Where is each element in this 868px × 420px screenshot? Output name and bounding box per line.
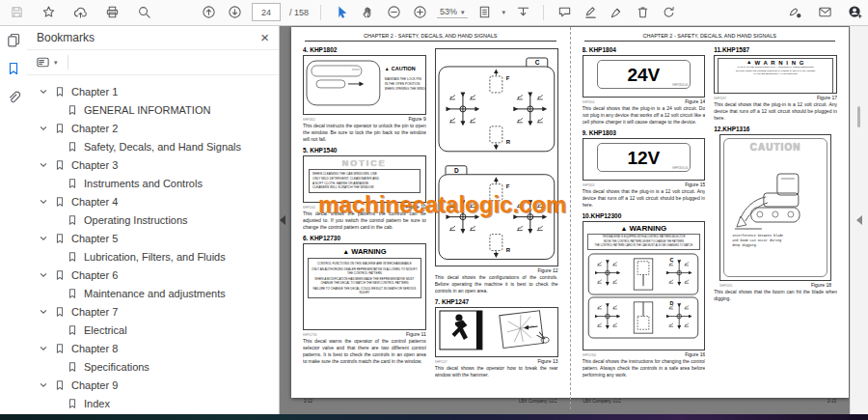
figure-label: Figure 11 bbox=[406, 331, 426, 337]
rail-page-thumbnails-button[interactable] bbox=[0, 25, 26, 54]
decal-description: This decal shows that the boom can hit t… bbox=[714, 289, 837, 302]
bookmark-chapter-3[interactable]: Chapter 3 bbox=[27, 155, 279, 174]
bookmark-instruments-controls[interactable]: Instruments and Controls bbox=[27, 174, 279, 192]
bookmark-label: Operating Instructions bbox=[84, 214, 188, 226]
toolbar-divider bbox=[543, 5, 544, 20]
fit-width-button[interactable] bbox=[514, 3, 531, 22]
page-thumbnails-icon bbox=[6, 32, 21, 47]
page-number-input[interactable] bbox=[252, 3, 281, 21]
warning-line: THIS MACHINE IS EQUIPPED WITH A CONTROL … bbox=[721, 66, 829, 69]
bookmark-chapter-6[interactable]: Chapter 6 bbox=[27, 266, 279, 284]
figure-caption: KHP1316Figure 18 bbox=[719, 282, 831, 288]
bookmark-icon bbox=[67, 251, 78, 263]
warning-title: WARNING bbox=[351, 247, 386, 256]
page-number: 2-12 bbox=[304, 399, 312, 404]
plus-circle-icon bbox=[413, 5, 427, 19]
caution-line: MAINTAIN THE LOCK PIN bbox=[385, 77, 422, 81]
bookmark-chapter-8[interactable]: Chapter 8 bbox=[27, 339, 279, 357]
bookmark-options-icon[interactable] bbox=[36, 55, 50, 70]
warning-triangle-icon: ▲ bbox=[342, 248, 349, 255]
bookmark-icon bbox=[54, 159, 66, 171]
decal-code: KHP1587 bbox=[714, 97, 726, 100]
figure-caption: KHP12730Figure 11 bbox=[303, 331, 426, 337]
previous-page-button[interactable] bbox=[200, 3, 217, 22]
bookmark-operating-instructions[interactable]: Operating Instructions bbox=[27, 210, 279, 229]
redo-icon bbox=[662, 5, 676, 19]
zoom-in-button[interactable] bbox=[411, 3, 428, 22]
share-file-button[interactable] bbox=[71, 3, 89, 22]
page-header: CHAPTER 2 - SAFETY, DECALS, AND HAND SIG… bbox=[584, 33, 836, 42]
collapse-tools-arrow[interactable] bbox=[856, 215, 862, 225]
scrollbar[interactable] bbox=[850, 25, 868, 414]
save-button[interactable] bbox=[8, 3, 25, 22]
page-total-label: / 158 bbox=[289, 8, 309, 17]
page-right: CHAPTER 2 - SAFETY, DECALS, AND HAND SIG… bbox=[570, 27, 850, 409]
account-button[interactable] bbox=[846, 3, 863, 22]
watermark-text: machinecatalogic.com bbox=[318, 191, 566, 218]
bookmark-label: Index bbox=[84, 398, 110, 409]
bookmark-label: Instruments and Controls bbox=[84, 178, 203, 189]
rail-bookmarks-button[interactable] bbox=[0, 54, 26, 83]
delete-button[interactable] bbox=[634, 3, 651, 22]
window-lock-decal-drawing: ▲ CAUTION MAINTAIN THE LOCK PIN IN THE O… bbox=[304, 56, 425, 110]
chevron-down-icon[interactable]: ▾ bbox=[54, 59, 58, 66]
rail-attachments-button[interactable] bbox=[0, 83, 26, 112]
decal-description: This decal instructs the operator to unl… bbox=[303, 123, 426, 143]
print-button[interactable] bbox=[103, 3, 121, 22]
bookmark-electrical[interactable]: Electrical bbox=[27, 321, 279, 339]
search-button[interactable] bbox=[135, 3, 152, 22]
email-button[interactable] bbox=[816, 3, 833, 22]
bookmark-chapter-4[interactable]: Chapter 4 bbox=[27, 192, 279, 210]
bookmark-icon bbox=[67, 214, 78, 226]
star-button[interactable] bbox=[40, 3, 57, 22]
zoom-out-button[interactable] bbox=[385, 3, 402, 22]
bookmark-safety-decals[interactable]: Safety, Decals, and Hand Signals bbox=[27, 137, 279, 155]
windows-taskbar[interactable] bbox=[0, 414, 868, 420]
warning-triangle-icon: ▲ bbox=[621, 225, 628, 232]
close-icon[interactable]: × bbox=[260, 30, 269, 44]
figure-caption: KHP1247Figure 13 bbox=[435, 358, 558, 364]
fit-page-button[interactable] bbox=[476, 3, 494, 22]
figure-label: Figure 18 bbox=[811, 282, 831, 288]
bookmark-maintenance[interactable]: Maintenance and adjustments bbox=[27, 284, 279, 302]
redo-button[interactable] bbox=[660, 3, 677, 22]
cursor-icon bbox=[335, 5, 349, 19]
bookmark-label: GENERAL INFORMATION bbox=[84, 104, 210, 116]
bookmark-lubrication[interactable]: Lubrication, Filters, and Fluids bbox=[27, 247, 279, 266]
collapse-panel-arrow[interactable] bbox=[280, 215, 285, 225]
zoom-level-select[interactable]: 53%▾ bbox=[437, 6, 468, 18]
search-icon bbox=[137, 5, 151, 19]
decal-part-code: KHP1804-00 bbox=[672, 83, 688, 87]
next-page-button[interactable] bbox=[226, 3, 243, 22]
item-heading: 8. KHP1804 bbox=[583, 46, 706, 53]
bookmark-chapter-2[interactable]: Chapter 2 bbox=[27, 119, 279, 137]
sign-button[interactable] bbox=[608, 3, 625, 22]
chevron-down-icon[interactable]: ▾ bbox=[502, 9, 506, 15]
hand-icon bbox=[361, 5, 375, 19]
comment-button[interactable] bbox=[556, 3, 573, 22]
fill-sign-pen-icon bbox=[788, 5, 802, 19]
bookmark-specifications[interactable]: Specifications bbox=[27, 357, 279, 376]
options-divider bbox=[68, 55, 68, 70]
hand-tool-button[interactable] bbox=[359, 3, 376, 22]
select-tool-button[interactable] bbox=[333, 3, 350, 22]
bookmark-chapter-5[interactable]: Chapter 5 bbox=[27, 229, 279, 247]
item-heading: 6. KHP12730 bbox=[303, 235, 426, 241]
bookmark-chapter-9[interactable]: Chapter 9 bbox=[27, 376, 279, 394]
voltage-decal-frame: 12V KHP1803-00 bbox=[597, 143, 692, 172]
bookmark-index[interactable]: Index bbox=[27, 394, 279, 412]
toolbar-file-group bbox=[8, 0, 152, 24]
decal-code: KHP1804 bbox=[583, 100, 595, 104]
bookmark-general-information[interactable]: GENERAL INFORMATION bbox=[27, 100, 279, 119]
fill-and-sign-button[interactable] bbox=[786, 3, 803, 22]
bookmark-label: Chapter 6 bbox=[71, 269, 118, 281]
scrollbar-thumb[interactable] bbox=[857, 106, 860, 127]
envelope-icon bbox=[818, 5, 832, 19]
bookmark-icon bbox=[54, 86, 66, 98]
decal-description: This decal warns the operator of the con… bbox=[303, 338, 426, 365]
bookmark-chapter-1[interactable]: Chapter 1 bbox=[27, 82, 279, 100]
bookmark-chapter-7[interactable]: Chapter 7 bbox=[27, 302, 279, 321]
highlight-button[interactable] bbox=[582, 3, 599, 22]
bookmark-label: Chapter 1 bbox=[71, 86, 118, 98]
page-header: CHAPTER 2 - SAFETY, DECALS, AND HAND SIG… bbox=[305, 33, 556, 42]
